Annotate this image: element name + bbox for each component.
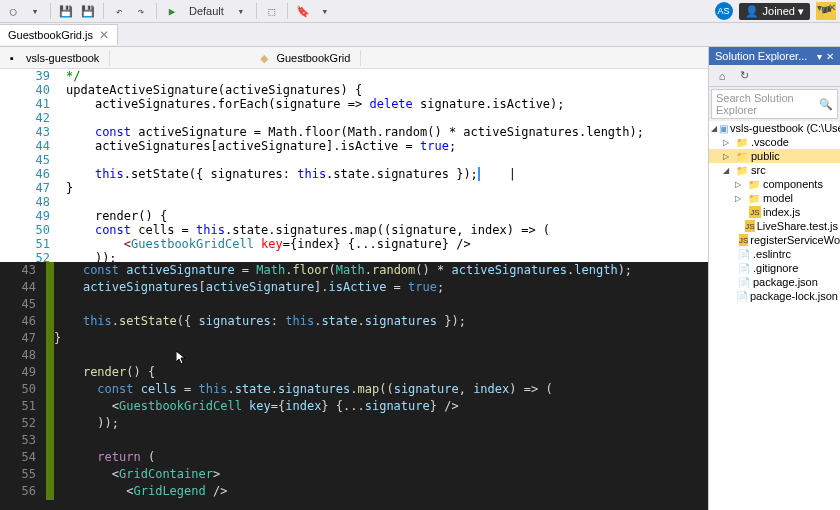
file-icon: 📄 [737, 262, 751, 274]
window-pin-icon[interactable]: ▾ [817, 2, 822, 13]
editor-tab-bar: GuestbookGrid.js ✕ [0, 23, 840, 47]
redo-icon[interactable]: ↷ [132, 2, 150, 20]
folder-icon: 📁 [747, 178, 761, 190]
user-avatar[interactable]: AS [715, 2, 733, 20]
liveshare-status-badge[interactable]: 👤Joined ▾ [739, 3, 810, 20]
js-file-icon: JS [749, 206, 761, 218]
class-icon: ◆ [260, 52, 272, 64]
folder-icon: 📁 [735, 164, 749, 176]
save-all-icon[interactable]: 💾 [79, 2, 97, 20]
tree-file[interactable]: JSindex.js [709, 205, 840, 219]
file-icon: 📄 [737, 276, 751, 288]
search-icon: 🔍 [819, 98, 833, 111]
file-icon: 📄 [737, 248, 751, 260]
tree-folder[interactable]: ▷📁components [709, 177, 840, 191]
tree-folder[interactable]: ▷📁.vscode [709, 135, 840, 149]
bookmark-icon[interactable]: 🔖 [294, 2, 312, 20]
save-icon[interactable]: 💾 [57, 2, 75, 20]
panel-title-bar: Solution Explorer... ▾✕ [709, 47, 840, 65]
folder-icon: 📁 [735, 150, 749, 162]
tree-folder-selected[interactable]: ▷📁public [709, 149, 840, 163]
nav-fwd-icon[interactable]: ▾ [26, 2, 44, 20]
config-chevron-icon[interactable]: ▾ [232, 2, 250, 20]
dark-code-editor[interactable]: 43 const activeSignature = Math.floor(Ma… [0, 262, 708, 510]
file-icon: 📄 [736, 290, 748, 302]
tool-icon[interactable]: ⬚ [263, 2, 281, 20]
tab-label: GuestbookGrid.js [8, 29, 93, 41]
undo-icon[interactable]: ↶ [110, 2, 128, 20]
tree-file[interactable]: 📄package-lock.json [709, 289, 840, 303]
tree-file[interactable]: 📄.eslintrc [709, 247, 840, 261]
tree-file[interactable]: 📄.gitignore [709, 261, 840, 275]
light-code-editor[interactable]: 39*/ 40updateActiveSignature(activeSigna… [0, 69, 708, 262]
remote-cursor [478, 167, 480, 181]
code-nav-bar: ▪ vsls-guestbook ◆ GuestbookGrid [0, 47, 708, 69]
folder-icon: 📁 [747, 192, 761, 204]
js-file-icon: JS [739, 234, 748, 246]
tree-root[interactable]: ◢▣vsls-guestbook (C:\User [709, 121, 840, 135]
nav-namespace-dropdown[interactable]: ▪ vsls-guestbook [0, 50, 110, 66]
solution-icon: ▣ [719, 122, 728, 134]
tree-folder[interactable]: ▷📁model [709, 191, 840, 205]
folder-icon: 📁 [735, 136, 749, 148]
module-icon: ▪ [10, 52, 22, 64]
solution-explorer-panel: Solution Explorer... ▾✕ ⌂ ↻ Search Solut… [708, 47, 840, 510]
main-toolbar: ◯ ▾ 💾 💾 ↶ ↷ ▶ Default ▾ ⬚ 🔖 ▾ AS 👤Joined… [0, 0, 840, 23]
more-icon[interactable]: ▾ [316, 2, 334, 20]
window-controls: ▾ ✕ [817, 2, 836, 13]
home-icon[interactable]: ⌂ [713, 67, 731, 85]
window-close-icon[interactable]: ✕ [828, 2, 836, 13]
editor-tab[interactable]: GuestbookGrid.js ✕ [0, 24, 118, 45]
tree-folder[interactable]: ◢📁src [709, 163, 840, 177]
tab-close-icon[interactable]: ✕ [99, 28, 109, 42]
config-dropdown[interactable]: Default [185, 5, 228, 17]
panel-toolbar: ⌂ ↻ [709, 65, 840, 87]
panel-pin-icon[interactable]: ▾ [817, 51, 822, 62]
tree-file[interactable]: JSregisterServiceWor [709, 233, 840, 247]
tree-file[interactable]: 📄package.json [709, 275, 840, 289]
tree-file[interactable]: JSLiveShare.test.js [709, 219, 840, 233]
nav-class-dropdown[interactable]: ◆ GuestbookGrid [250, 50, 361, 66]
solution-tree[interactable]: ◢▣vsls-guestbook (C:\User ▷📁.vscode ▷📁pu… [709, 121, 840, 510]
js-file-icon: JS [745, 220, 754, 232]
run-icon[interactable]: ▶ [163, 2, 181, 20]
refresh-icon[interactable]: ↻ [735, 67, 753, 85]
nav-back-icon[interactable]: ◯ [4, 2, 22, 20]
panel-close-icon[interactable]: ✕ [826, 51, 834, 62]
solution-search-input[interactable]: Search Solution Explorer 🔍 [711, 89, 838, 119]
